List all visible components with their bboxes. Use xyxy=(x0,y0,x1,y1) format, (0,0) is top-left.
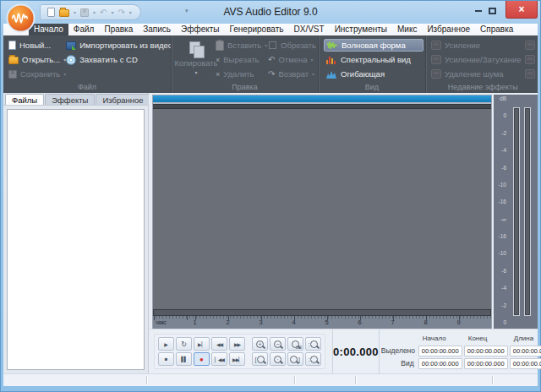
zoom-in-button[interactable]: + xyxy=(252,337,268,351)
delete-button[interactable]: × Удалить xyxy=(216,68,268,80)
window-title: AVS Audio Editor 9.0 xyxy=(1,6,540,18)
zoom-selection-button[interactable]: · xyxy=(270,352,286,366)
zoom-selection-end-button[interactable]: ] xyxy=(287,352,303,366)
ruler-tick-label: 8 xyxy=(409,318,442,329)
avs-logo-icon[interactable] xyxy=(6,3,36,33)
chevron-down-icon: ▾ xyxy=(265,42,267,48)
ribbon-group-view: Волновая форма Спектральный вид Огибающа… xyxy=(318,35,425,93)
divider xyxy=(294,376,295,384)
tab-file[interactable]: Файл xyxy=(68,24,100,35)
tab-favorites[interactable]: Избранное xyxy=(422,24,475,35)
copy-button[interactable]: Копировать ▾ xyxy=(177,39,216,81)
selection-length-field[interactable]: 00:00:00.000 xyxy=(510,346,541,357)
title-bar[interactable]: ▾ ▾ ↶ ▾ ↷ ▾ ▾ AVS Audio Editor 9.0 × xyxy=(1,1,540,24)
magnifier-icon: · xyxy=(274,356,281,363)
sidebar: Файлы Эффекты Избранное xyxy=(3,93,149,373)
waveform-display[interactable] xyxy=(153,109,491,309)
tab-effects[interactable]: Эффекты xyxy=(176,24,224,35)
view-end-field[interactable]: 00:00:00.000 xyxy=(464,358,508,369)
tab-record[interactable]: Запись xyxy=(138,24,176,35)
fade-icon xyxy=(431,55,441,64)
capture-from-cd-button[interactable]: Захватить с CD xyxy=(66,53,172,66)
selection-info-panel: Начало Конец Длина Выделено 00:00:00.000… xyxy=(379,329,541,373)
ruler-tick-label: 6 xyxy=(343,318,376,329)
minimize-button[interactable] xyxy=(471,4,485,17)
noise-removal-mini-icon[interactable] xyxy=(525,69,535,79)
chevron-down-icon: ▾ xyxy=(311,57,314,63)
tab-dxvst[interactable]: DX/VST xyxy=(289,24,330,35)
divider xyxy=(355,376,356,384)
tab-tools[interactable]: Инструменты xyxy=(330,24,392,35)
stop-button[interactable]: ■ xyxy=(158,352,174,366)
vertical-zoom-in-button[interactable]: : xyxy=(305,337,321,351)
view-start-field[interactable]: 00:00:00.000 xyxy=(418,358,462,369)
rewind-button[interactable]: ◀◀ xyxy=(211,337,227,351)
import-from-video-button[interactable]: Импортировать из видео xyxy=(66,39,172,52)
horizontal-scrollbar[interactable] xyxy=(153,309,491,316)
magnifier-icon xyxy=(290,356,298,363)
loop-playback-button[interactable]: ↻ xyxy=(176,337,192,351)
open-button[interactable]: Открыть... ▾ xyxy=(8,53,66,66)
fast-forward-button[interactable]: ▶▶ xyxy=(229,337,245,351)
pause-button[interactable]: ▌▌ xyxy=(176,352,192,366)
sidebar-tab-files[interactable]: Файлы xyxy=(5,94,44,105)
undo-button[interactable]: ↶ Отмена ▾ xyxy=(268,53,316,66)
ruler-tick-label: 9 xyxy=(442,318,475,329)
ruler-tick-label: 3 xyxy=(244,318,277,329)
spectral-icon xyxy=(326,56,337,64)
trim-button[interactable]: Обрезать xyxy=(268,39,316,52)
redo-button[interactable]: ↷ Возврат ▾ xyxy=(268,68,316,80)
magnifier-minus-icon: − xyxy=(274,340,281,348)
workspace: чмс 1 2 3 4 5 6 7 8 9 xyxy=(149,93,538,329)
undo-icon: ↶ xyxy=(268,56,275,64)
waveform-icon xyxy=(327,41,338,50)
crop-icon xyxy=(269,41,276,49)
play-button[interactable]: ▶ xyxy=(158,337,174,351)
record-icon: ● xyxy=(199,356,204,363)
sidebar-tab-favorites[interactable]: Избранное xyxy=(96,94,150,105)
level-meter-right-channel xyxy=(524,107,531,316)
maximize-button[interactable] xyxy=(485,4,500,17)
paste-button[interactable]: Вставить ▾ xyxy=(216,39,268,52)
row-label-selected: Выделено xyxy=(381,346,417,355)
tab-help[interactable]: Справка xyxy=(475,24,518,35)
save-button[interactable]: Сохранить ▾ xyxy=(8,68,66,80)
close-button[interactable]: × xyxy=(505,1,538,19)
close-icon: × xyxy=(518,3,524,15)
play-to-end-button[interactable]: ▶▏ xyxy=(194,337,210,351)
divider xyxy=(492,376,493,384)
zoom-out-button[interactable]: − xyxy=(270,337,286,351)
cut-button[interactable]: × Вырезать xyxy=(216,53,268,66)
zoom-100-button[interactable]: 100 xyxy=(287,337,303,351)
file-list[interactable] xyxy=(7,109,145,370)
tab-edit[interactable]: Правка xyxy=(99,24,138,35)
timeline-ruler[interactable]: чмс 1 2 3 4 5 6 7 8 9 xyxy=(153,316,491,329)
new-button[interactable]: Новый... xyxy=(8,39,66,52)
amplify-effect-button[interactable]: Усиление xyxy=(431,39,538,52)
spectral-view-button[interactable]: Спектральный вид xyxy=(324,53,424,66)
go-to-end-button[interactable]: ▶▶▏ xyxy=(229,352,245,366)
waveform-panel: чмс 1 2 3 4 5 6 7 8 9 xyxy=(152,95,492,329)
zoom-selection-start-button[interactable]: [ xyxy=(252,352,268,366)
fade-mini-icon[interactable] xyxy=(525,55,535,64)
ribbon-tab-bar: Начало Файл Правка Запись Эффекты Генери… xyxy=(3,24,538,35)
selection-end-field[interactable]: 00:00:00.000 xyxy=(464,346,508,357)
noise-removal-effect-button[interactable]: Удаление шума xyxy=(431,68,538,80)
go-to-start-button[interactable]: ▏◀◀ xyxy=(211,352,227,366)
fade-effect-button[interactable]: Усиление/Затухание xyxy=(431,53,538,66)
record-button[interactable]: ● xyxy=(194,352,210,366)
current-time-display: 0:00.000 xyxy=(333,346,379,358)
envelope-view-button[interactable]: Огибающая xyxy=(324,68,424,80)
selection-start-field[interactable]: 00:00:00.000 xyxy=(418,346,462,357)
scrollbar-thumb[interactable] xyxy=(154,310,490,315)
view-length-field[interactable]: 00:00:00.000 xyxy=(510,358,541,369)
waveform-view-button[interactable]: Волновая форма xyxy=(324,39,424,52)
amplify-mini-icon[interactable] xyxy=(525,41,535,50)
sidebar-tab-effects[interactable]: Эффекты xyxy=(45,94,95,105)
delete-icon: × xyxy=(216,70,220,79)
position-bar[interactable] xyxy=(153,95,491,102)
playback-panel: ▶ ↻ ▶▏ ◀◀ ▶▶ ■ ▌▌ ● ▏◀◀ ▶▶▏ + xyxy=(149,329,538,373)
tab-generate[interactable]: Генерировать xyxy=(225,24,289,35)
vertical-zoom-out-button[interactable]: : xyxy=(305,352,321,366)
tab-mix[interactable]: Микс xyxy=(392,24,422,35)
